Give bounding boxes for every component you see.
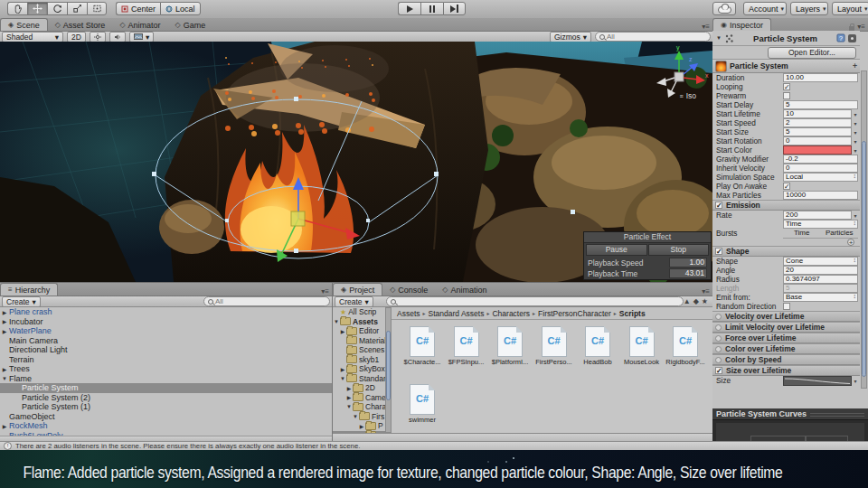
step-button[interactable] [443, 2, 466, 15]
property-field[interactable]: 10 [783, 109, 852, 119]
add-burst-button[interactable]: + [847, 239, 854, 246]
tab-scene[interactable]: ◈Scene [0, 18, 48, 31]
tree-item-materials[interactable]: Materials [333, 336, 385, 346]
project-file-swimmer[interactable]: C#swimmer [401, 384, 444, 424]
audio-toggle[interactable] [109, 32, 126, 42]
module-radio[interactable] [715, 335, 722, 342]
tree-item-standard[interactable]: ▼Standard [333, 374, 385, 384]
property-field[interactable]: Local [783, 173, 858, 183]
tab-hierarchy[interactable]: ≡Hierarchy [0, 283, 58, 296]
shading-mode-dropdown[interactable]: Shaded▾ [2, 32, 63, 42]
tree-item-assets[interactable]: ▼Assets [333, 317, 385, 327]
module-radio[interactable] [715, 314, 722, 320]
pivot-center-button[interactable]: Center [116, 2, 160, 15]
module-radio[interactable] [715, 357, 722, 363]
drag-grip[interactable] [810, 413, 864, 417]
shape-module-header[interactable]: ✓Shape [712, 246, 860, 257]
move-tool-icon[interactable] [27, 2, 47, 15]
chevron-down-icon[interactable]: ▾ [853, 129, 858, 136]
gizmos-dropdown[interactable]: Gizmos▾ [550, 32, 591, 42]
chevron-down-icon[interactable]: ▾ [853, 212, 858, 219]
play-button[interactable] [398, 2, 420, 15]
tab-asset-store[interactable]: ◇Asset Store [48, 19, 113, 31]
hierarchy-item-plane-crash[interactable]: ▶Plane crash [0, 307, 332, 317]
scale-tool-icon[interactable] [67, 2, 87, 15]
foldout-arrow-icon[interactable]: ▶ [339, 328, 346, 334]
chevron-down-icon[interactable]: ▾ [853, 111, 858, 117]
stop-particles-button[interactable]: Stop [648, 244, 710, 256]
rect-tool-icon[interactable] [87, 2, 107, 15]
color-swatch[interactable] [783, 145, 852, 155]
status-bar[interactable]: ! There are 2 audio listeners in the sce… [0, 441, 868, 450]
2d-toggle[interactable]: 2D [67, 32, 86, 42]
foldout-arrow-icon[interactable]: ▶ [0, 309, 9, 315]
foldout-arrow-icon[interactable]: ▶ [0, 318, 9, 324]
favorites-icon[interactable]: ★ [702, 297, 708, 305]
plus-icon[interactable]: + [853, 61, 857, 70]
tree-item-2d[interactable]: ▶2D [333, 383, 385, 393]
hierarchy-item-directional-light[interactable]: Directional Light [0, 345, 332, 355]
playback-speed-value[interactable]: 1.00 [669, 258, 707, 267]
inspector-scrollbar[interactable] [861, 70, 867, 389]
cloud-button[interactable] [712, 2, 736, 15]
hierarchy-item-particle-system[interactable]: Particle System [0, 383, 332, 393]
module-checkbox[interactable]: ✓ [715, 202, 722, 209]
pause-particles-button[interactable]: Pause [586, 244, 647, 256]
tab-animator[interactable]: ◇Animator [112, 19, 167, 31]
hierarchy-item-flame[interactable]: ▼Flame [0, 374, 332, 384]
module-force-over-lifetime[interactable]: Force over Lifetime [712, 333, 860, 343]
lighting-toggle[interactable] [90, 32, 106, 42]
property-field[interactable]: 0 [783, 136, 852, 146]
hierarchy-item-gameobject[interactable]: GameObject [0, 412, 332, 422]
property-field[interactable]: 10000 [783, 191, 858, 201]
module-color-by-speed[interactable]: Color by Speed [712, 354, 860, 365]
chevron-down-icon[interactable]: ▾ [853, 120, 858, 127]
project-file-mouselook[interactable]: C#MouseLook [620, 326, 664, 366]
module-radio[interactable] [715, 346, 722, 352]
property-field[interactable]: Base [783, 293, 858, 303]
foldout-arrow-icon[interactable]: ▼ [345, 404, 353, 409]
breadcrumb-item[interactable]: Assets [397, 309, 420, 318]
open-editor-button[interactable]: Open Editor... [768, 47, 856, 59]
hierarchy-item-incubator[interactable]: ▶Incubator [0, 317, 332, 327]
foldout-arrow-icon[interactable]: ▼ [333, 319, 340, 324]
property-field[interactable]: 0.3674097 [783, 275, 858, 285]
pivot-local-button[interactable]: Local [160, 2, 201, 15]
foldout-arrow-icon[interactable]: ▶ [339, 366, 346, 372]
project-search-input[interactable] [386, 296, 684, 306]
module-color-over-lifetime[interactable]: Color over Lifetime [712, 343, 860, 354]
property-field[interactable]: 20 [783, 266, 858, 276]
project-file-rigidbodyf-[interactable]: C#RigidbodyF... [664, 326, 707, 366]
property-field[interactable]: 200 [783, 211, 852, 221]
property-field[interactable]: 2 [783, 118, 852, 128]
hierarchy-search-input[interactable]: All [203, 296, 330, 306]
foldout-arrow-icon[interactable]: ▼ [0, 376, 9, 381]
project-file-headbob[interactable]: C#HeadBob [576, 326, 619, 366]
property-field[interactable]: 5 [783, 127, 852, 137]
tab-project[interactable]: ◈Project [333, 283, 382, 296]
curves-editor-area[interactable] [716, 423, 864, 441]
account-dropdown[interactable]: Account▾ [743, 2, 787, 15]
foldout-arrow-icon[interactable]: ▼ [352, 414, 359, 419]
breadcrumb-item[interactable]: Scripts [619, 309, 646, 318]
tab-inspector[interactable]: ◉Inspector [712, 18, 771, 31]
foldout-arrow-icon[interactable]: ▶ [0, 328, 9, 334]
hand-tool-icon[interactable] [7, 2, 27, 15]
chevron-down-icon[interactable]: ▾ [853, 138, 858, 145]
hierarchy-item-terrain[interactable]: Terrain [0, 355, 332, 365]
hierarchy-item-particle-system-2-[interactable]: Particle System (2) [0, 393, 332, 403]
foldout-arrow-icon[interactable]: ▶ [0, 423, 9, 429]
tab-animation[interactable]: ◇Animation [435, 284, 494, 296]
hierarchy-item-main-camera[interactable]: Main Camera [0, 336, 332, 346]
size-curve-field[interactable] [783, 376, 852, 386]
layers-dropdown[interactable]: Layers▾ [790, 2, 828, 15]
foldout-arrow-icon[interactable]: ▶ [345, 385, 353, 391]
scene-viewport[interactable]: y z x ≡Iso Particle Effect Pause Stop [0, 42, 712, 282]
breadcrumb-item[interactable]: FirstPersonCharacter [538, 309, 611, 318]
foldout-arrow-icon[interactable]: ▼ [716, 35, 722, 41]
foldout-arrow-icon[interactable]: ▶ [345, 394, 353, 400]
panel-menu-icon[interactable]: ▾≡ [702, 287, 710, 296]
panel-menu-icon[interactable]: ▾≡ [702, 23, 710, 31]
checkbox[interactable] [783, 303, 790, 310]
property-field[interactable]: 0 [783, 164, 858, 174]
